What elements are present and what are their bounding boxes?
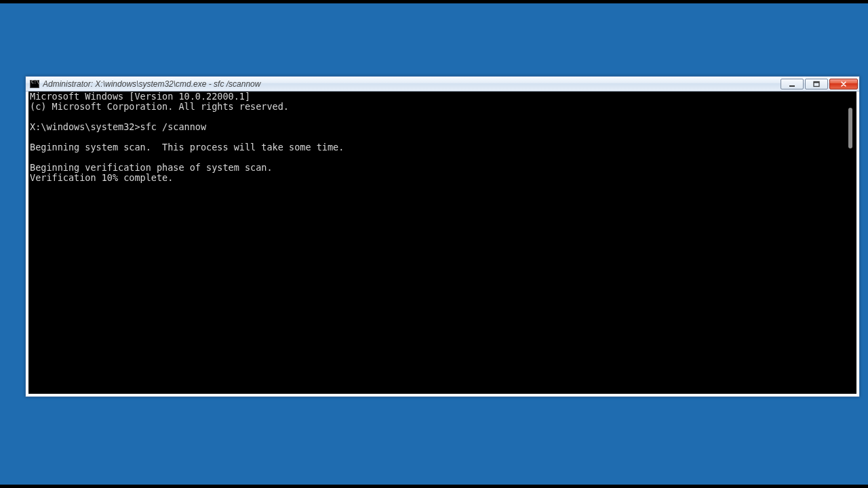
scrollbar-thumb[interactable] [848, 108, 852, 148]
minimize-button[interactable] [781, 79, 804, 89]
minimize-icon [788, 81, 796, 87]
cmd-window: Administrator: X:\windows\system32\cmd.e… [25, 76, 860, 397]
terminal-client-area[interactable]: Microsoft Windows [Version 10.0.22000.1]… [28, 92, 856, 394]
window-titlebar[interactable]: Administrator: X:\windows\system32\cmd.e… [26, 77, 859, 92]
svg-rect-2 [814, 81, 819, 83]
terminal-line: Microsoft Windows [Version 10.0.22000.1] [30, 92, 250, 102]
window-control-buttons [781, 77, 858, 91]
cmd-sysmenu-icon[interactable] [30, 80, 39, 88]
window-title: Administrator: X:\windows\system32\cmd.e… [43, 79, 781, 89]
desktop-background: Administrator: X:\windows\system32\cmd.e… [0, 3, 868, 485]
maximize-button[interactable] [805, 79, 828, 89]
terminal-line: (c) Microsoft Corporation. All rights re… [30, 101, 289, 112]
terminal-output: Microsoft Windows [Version 10.0.22000.1]… [28, 92, 856, 394]
close-icon [840, 81, 848, 87]
terminal-line: Beginning verification phase of system s… [30, 162, 273, 173]
terminal-line: Verification 10% complete. [30, 172, 173, 183]
terminal-line: Beginning system scan. This process will… [30, 142, 344, 152]
maximize-icon [812, 81, 821, 87]
terminal-prompt-line: X:\windows\system32>sfc /scannow [30, 121, 206, 132]
close-button[interactable] [829, 79, 858, 89]
svg-rect-0 [789, 85, 795, 87]
